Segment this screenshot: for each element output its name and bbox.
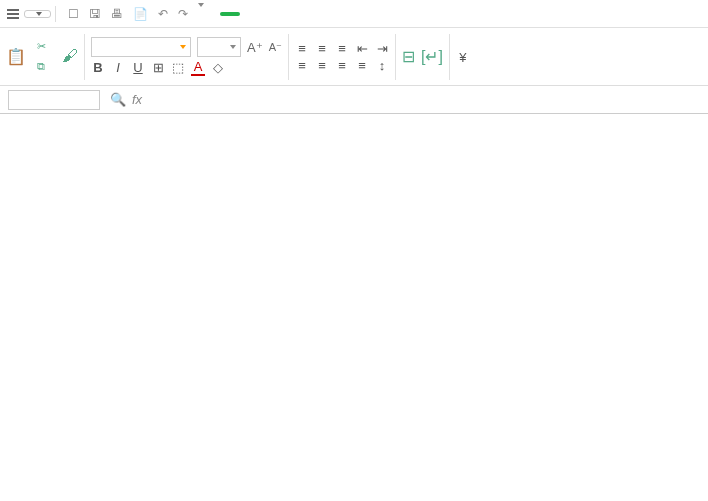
merge-center-button[interactable]: ⊟: [402, 47, 415, 67]
brush-icon: 🖌: [62, 47, 78, 65]
divider: [449, 34, 450, 80]
fx-search-icon[interactable]: 🔍: [110, 92, 126, 107]
divider: [288, 34, 289, 80]
save-icon[interactable]: 🖫: [89, 7, 101, 21]
copy-icon: ⧉: [32, 58, 50, 76]
justify-icon[interactable]: ≡: [355, 58, 369, 73]
paste-icon: 📋: [6, 47, 26, 66]
wrap-text-button[interactable]: [↵]: [421, 47, 443, 67]
fx-icon[interactable]: fx: [132, 92, 142, 107]
bold-button[interactable]: B: [91, 60, 105, 75]
align-right-icon[interactable]: ≡: [335, 58, 349, 73]
border-button[interactable]: ⊞: [151, 60, 165, 75]
font-color-button[interactable]: A: [191, 59, 205, 76]
clear-format-button[interactable]: ◇: [211, 60, 225, 75]
decrease-font-icon[interactable]: A⁻: [269, 41, 282, 54]
indent-increase-icon[interactable]: ⇥: [375, 41, 389, 56]
tab-start[interactable]: [220, 12, 240, 16]
align-bottom-icon[interactable]: ≡: [335, 41, 349, 56]
align-center-icon[interactable]: ≡: [315, 58, 329, 73]
open-icon[interactable]: ☐: [68, 7, 79, 21]
cut-button[interactable]: ✂: [32, 38, 56, 56]
wrap-icon: [↵]: [421, 47, 443, 66]
align-top-icon[interactable]: ≡: [295, 41, 309, 56]
divider: [55, 6, 56, 22]
merge-icon: ⊟: [402, 47, 415, 66]
formula-bar: 🔍 fx: [0, 86, 708, 114]
print-icon[interactable]: 🖶: [111, 7, 123, 21]
divider: [395, 34, 396, 80]
format-painter-button[interactable]: 🖌: [62, 47, 78, 66]
ribbon-tabs: [220, 12, 366, 16]
align-left-icon[interactable]: ≡: [295, 58, 309, 73]
redo-icon[interactable]: ↷: [178, 7, 188, 21]
undo-icon[interactable]: ↶: [158, 7, 168, 21]
align-middle-icon[interactable]: ≡: [315, 41, 329, 56]
copy-button[interactable]: ⧉: [32, 58, 56, 76]
title-bar: ☐ 🖫 🖶 📄 ↶ ↷: [0, 0, 708, 28]
preview-icon[interactable]: 📄: [133, 7, 148, 21]
scissors-icon: ✂: [32, 38, 50, 56]
fill-color-button[interactable]: ⬚: [171, 60, 185, 75]
quick-access-toolbar: ☐ 🖫 🖶 📄 ↶ ↷: [68, 7, 204, 21]
paste-button[interactable]: 📋: [6, 47, 26, 67]
underline-button[interactable]: U: [131, 60, 145, 75]
increase-font-icon[interactable]: A⁺: [247, 40, 263, 55]
file-menu-button[interactable]: [24, 10, 51, 18]
ribbon: 📋 ✂ ⧉ 🖌 A⁺ A⁻ B I U ⊞ ⬚ A ◇ ≡ ≡ ≡: [0, 28, 708, 86]
indent-decrease-icon[interactable]: ⇤: [355, 41, 369, 56]
hamburger-icon[interactable]: [6, 9, 20, 19]
font-size-select[interactable]: [197, 37, 241, 57]
italic-button[interactable]: I: [111, 60, 125, 75]
orientation-icon[interactable]: ↕: [375, 58, 389, 73]
name-box[interactable]: [8, 90, 100, 110]
currency-icon[interactable]: ¥: [456, 50, 470, 65]
divider: [84, 34, 85, 80]
font-name-select[interactable]: [91, 37, 191, 57]
qat-dropdown-icon[interactable]: [198, 7, 204, 21]
